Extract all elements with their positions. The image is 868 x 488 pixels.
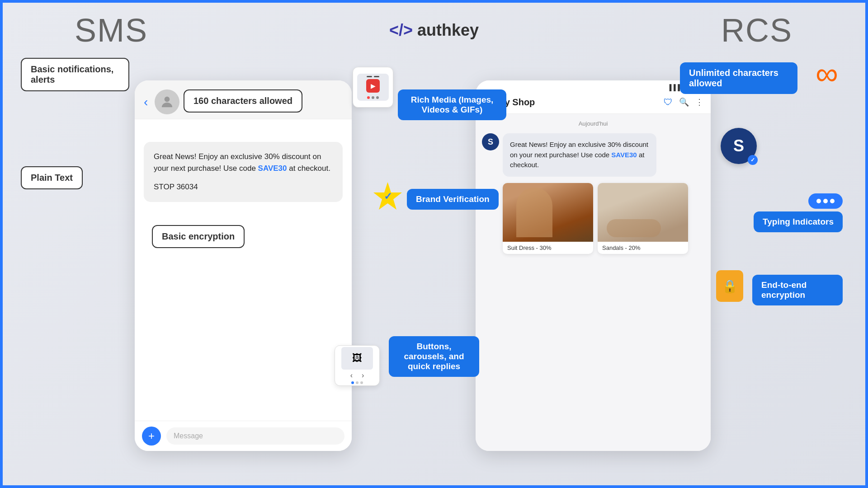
lock-icon: 🔒	[716, 270, 743, 302]
video-box-inner: ▶	[357, 74, 389, 101]
basic-encryption-tag: Basic encryption	[152, 225, 245, 248]
carousel-next[interactable]: ›	[362, 371, 364, 380]
carousel-dots	[351, 381, 363, 384]
e2e-encryption-tag: End-to-end encryption	[752, 275, 843, 305]
sms-input-area: + Message	[135, 421, 352, 451]
basic-notifications-tag: Basic notifications, alerts	[21, 58, 129, 91]
signal-bars-icon: ▐▐▐	[667, 84, 680, 91]
typing-dot-2	[823, 199, 828, 203]
date-separator: Aujourd'hui	[482, 120, 704, 127]
typing-dot-1	[816, 199, 821, 203]
rcs-sender-avatar: S	[482, 133, 499, 150]
gold-badge-icon: ✓	[371, 180, 405, 214]
rcs-header-icons: 🛡 🔍 ⋮	[664, 97, 703, 108]
video-dots	[367, 96, 379, 99]
product-card-sandals: Sandals - 20%	[598, 183, 688, 254]
verified-check-badge: ✓	[748, 155, 758, 165]
user-icon	[159, 94, 175, 110]
back-button[interactable]: ‹	[144, 95, 148, 109]
rich-media-icon-box: ▶	[353, 67, 393, 108]
content-area: Basic notifications, alerts 160 characte…	[21, 53, 847, 476]
brand-verification-tag: Brand Verification	[407, 189, 499, 210]
rcs-phone-header: ← My Shop 🛡 🔍 ⋮	[476, 93, 711, 114]
rcs-more-icon[interactable]: ⋮	[695, 97, 703, 107]
infinity-icon: ∞	[816, 58, 838, 89]
rcs-phone-mockup: ▐▐▐ 📶 🔋 ← My Shop 🛡 🔍 ⋮ Aujourd'hu	[476, 80, 711, 451]
carousel-icon-box: 🖼 ‹ ›	[335, 345, 380, 386]
user-avatar-large: S ✓	[721, 128, 757, 164]
rcs-title: RCS	[666, 12, 847, 49]
sms-body: Great News! Enjoy an exclusive 30% disco…	[135, 119, 352, 421]
typing-indicators-tag: Typing Indicators	[754, 211, 843, 232]
video-icon: ▶	[353, 67, 393, 108]
sms-add-button[interactable]: +	[142, 427, 161, 446]
carousel-inner: 🖼 ‹ ›	[341, 347, 373, 384]
carousel-image: 🖼	[341, 347, 373, 370]
carousel-prev[interactable]: ‹	[350, 371, 353, 380]
main-container: SMS </> authkey RCS Basic notifications,…	[3, 3, 865, 485]
suit-product-label: Suit Dress - 30%	[503, 242, 593, 254]
rcs-body: Aujourd'hui S Great News! Enjoy an exclu…	[476, 114, 711, 451]
brand-verification-badge: ✓	[371, 180, 405, 214]
svg-text:✓: ✓	[384, 191, 392, 202]
sms-stop-text: STOP 36034	[154, 181, 333, 193]
sms-side: Basic notifications, alerts 160 characte…	[21, 53, 429, 476]
char-limit-tag: 160 characters allowed	[184, 89, 302, 113]
rcs-message-bubble: Great News! Enjoy an exclusive 30% disco…	[503, 133, 656, 177]
sms-message-bubble: Great News! Enjoy an exclusive 30% disco…	[144, 142, 343, 202]
user-avatar-container: S ✓	[721, 128, 757, 164]
logo-area: </> authkey	[202, 21, 666, 40]
logo-code-icon: </>	[389, 21, 413, 40]
plain-text-tag: Plain Text	[21, 166, 83, 189]
logo-text: authkey	[417, 21, 479, 40]
sms-title: SMS	[21, 12, 202, 49]
sms-phone-mockup: ‹ MyShop ›	[135, 80, 352, 451]
suit-product-image	[503, 183, 593, 242]
rcs-status-bar: ▐▐▐ 📶 🔋	[476, 80, 711, 93]
rcs-product-images: Suit Dress - 30% Sandals - 20%	[503, 183, 704, 254]
sandals-product-image	[598, 183, 688, 242]
rich-media-tag: Rich Media (Images, Videos & GIFs)	[398, 89, 506, 120]
carousel-navigation: ‹ ›	[350, 371, 364, 380]
typing-bubble	[808, 193, 843, 209]
contact-avatar	[155, 89, 179, 114]
rcs-shop-name: My Shop	[497, 97, 659, 108]
rcs-message-row: S Great News! Enjoy an exclusive 30% dis…	[482, 133, 704, 177]
carousel-icon: 🖼 ‹ ›	[335, 345, 380, 386]
buttons-carousels-tag: Buttons, carousels, and quick replies	[389, 336, 479, 377]
typing-dot-3	[830, 199, 835, 203]
unlimited-chars-tag: Unlimited characters allowed	[680, 62, 797, 94]
sandals-product-label: Sandals - 20%	[598, 242, 688, 254]
header: SMS </> authkey RCS	[21, 12, 847, 49]
verified-shield-icon: 🛡	[664, 97, 673, 108]
play-button: ▶	[366, 79, 380, 93]
sms-message-input[interactable]: Message	[166, 427, 344, 445]
svg-point-0	[165, 97, 170, 102]
typing-bubble-container	[808, 193, 843, 209]
lock-icon-container: 🔒	[716, 270, 743, 302]
rcs-search-icon[interactable]: 🔍	[679, 97, 689, 107]
product-card-suit: Suit Dress - 30%	[503, 183, 593, 254]
